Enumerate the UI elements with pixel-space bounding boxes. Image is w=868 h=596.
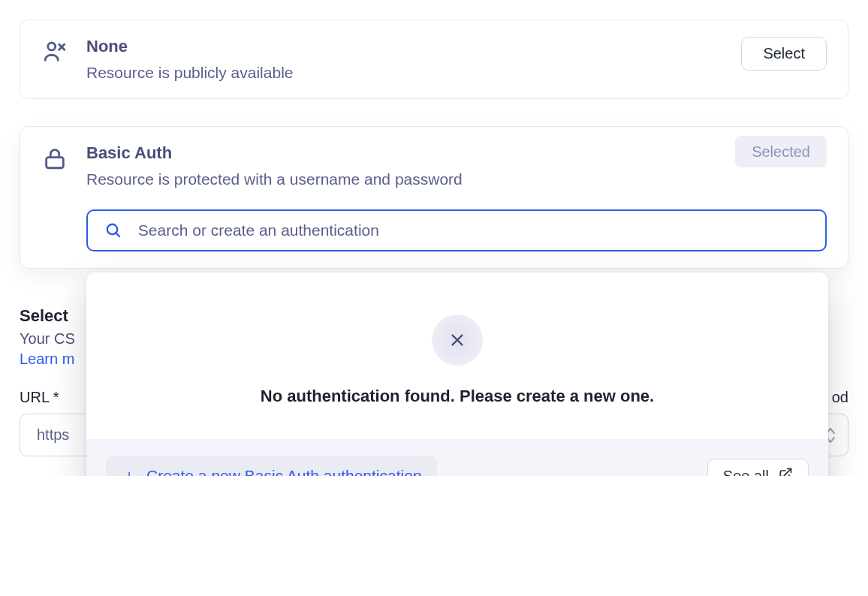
svg-point-0 — [48, 43, 56, 50]
option-title: None — [86, 37, 708, 56]
learn-more-link[interactable]: Learn m — [20, 351, 74, 367]
svg-line-5 — [116, 233, 119, 236]
auth-option-basic: Basic Auth Resource is protected with a … — [20, 126, 848, 269]
create-auth-label: Create a new Basic Auth authentication — [146, 467, 422, 476]
option-desc: Resource is protected with a username an… — [86, 170, 702, 188]
card-inner: None Resource is publicly available Sele… — [41, 37, 827, 82]
see-all-label: See all — [723, 468, 769, 477]
option-title: Basic Auth — [86, 143, 702, 163]
see-all-button[interactable]: See all — [707, 459, 809, 477]
card-action: Selected — [735, 143, 827, 161]
card-text: None Resource is publicly available — [86, 37, 708, 82]
empty-state-message: No authentication found. Please create a… — [101, 387, 813, 406]
auth-search-input[interactable] — [138, 221, 809, 239]
card-inner: Basic Auth Resource is protected with a … — [41, 143, 827, 188]
create-auth-button[interactable]: ＋ Create a new Basic Auth authentication — [106, 456, 437, 476]
select-button[interactable]: Select — [741, 37, 827, 71]
card-text: Basic Auth Resource is protected with a … — [86, 143, 702, 188]
auth-search-field[interactable] — [86, 209, 827, 251]
dropdown-body: No authentication found. Please create a… — [86, 272, 828, 439]
auth-option-none: None Resource is publicly available Sele… — [20, 20, 848, 99]
dropdown-footer: ＋ Create a new Basic Auth authentication… — [86, 439, 828, 476]
auth-search-wrap: No authentication found. Please create a… — [86, 209, 827, 251]
auth-search-dropdown: No authentication found. Please create a… — [86, 272, 828, 476]
option-desc: Resource is publicly available — [86, 64, 708, 82]
selected-badge: Selected — [735, 136, 827, 167]
external-link-icon — [778, 467, 793, 477]
svg-rect-3 — [47, 158, 64, 168]
lock-icon — [41, 145, 68, 172]
search-icon — [104, 221, 122, 239]
card-action: Select — [741, 37, 827, 71]
svg-line-8 — [784, 468, 791, 475]
empty-state-icon — [432, 315, 483, 366]
user-x-icon — [41, 38, 68, 65]
plus-icon: ＋ — [121, 465, 137, 476]
